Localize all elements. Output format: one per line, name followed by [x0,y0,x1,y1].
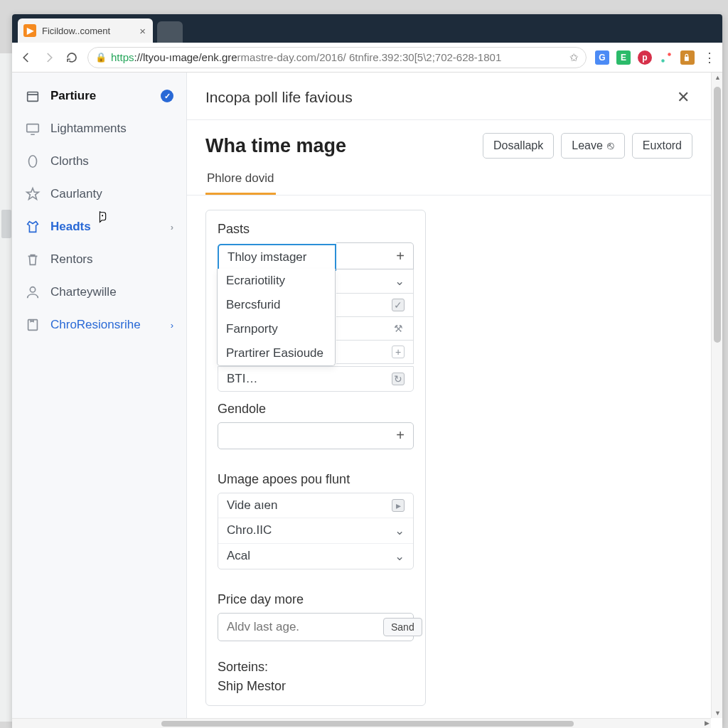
sidebar-item-lightamments[interactable]: Lightamments [12,112,186,145]
extension-icons: G E p [595,50,695,65]
checkbox-icon[interactable]: ✓ [392,299,405,311]
sidebar-item-caurlanty[interactable]: Caurlanty [12,178,186,210]
bti-label: BTI… [227,372,257,386]
tab-favicon-icon: ▶ [23,24,36,37]
pinterest-icon[interactable]: p [638,50,652,65]
browser-window: ▶ Ficildow..coment × 🔒 https://ltyou-ıma… [12,14,722,728]
dosallapk-button[interactable]: Dosallapk [483,133,554,159]
sidebar-item-label: Clorths [50,154,89,168]
extension-icon[interactable]: G [595,50,609,65]
sidebar-item-rentors[interactable]: Rentors [12,243,186,276]
extension-icon[interactable]: E [616,50,631,65]
wrench-icon[interactable]: ⚒ [392,322,405,335]
euxtord-button[interactable]: Euxtord [632,133,692,159]
sidebar-item-charteywille[interactable]: Charteywille [12,276,186,309]
umage-list: Vide aıen ▸ Chro.IIC ⌄ Acal ⌄ [218,493,414,569]
monitor-icon [25,121,41,136]
form-card: Pasts + Ecrariotility Bercsfurid Farnpor… [205,210,426,706]
sub-header: Wha time mage Dosallapk Leave ⎋ Euxtord [187,120,711,166]
list-row-bti[interactable]: BTI… ↻ [218,366,414,392]
browser-toolbar: 🔒 https://ltyou-ımage/enk.grermastre-day… [12,43,722,73]
dropdown-option[interactable]: Ecrariotility [218,269,335,293]
chevron-down-icon: ⌄ [395,523,405,538]
scrollbar-thumb[interactable] [714,87,721,343]
sidebar-item-clorths[interactable]: Clorths [12,145,186,178]
sidebar-item-label: Caurlanty [50,187,102,201]
dropdown-option[interactable]: Prartirer Easioude [218,341,335,365]
send-button[interactable]: Sand [383,618,422,636]
check-badge-icon: ✓ [161,90,173,102]
person-icon [25,284,41,300]
pasts-dropdown: Ecrariotility Bercsfurid Farnporty Prart… [217,269,336,366]
svg-rect-2 [28,92,38,102]
shirt-icon [25,219,41,235]
pasts-label: Pasts [218,222,414,237]
vertical-scrollbar[interactable]: ▲ ▼ [711,73,722,718]
tab-title: Ficildow..coment [42,26,134,36]
gendole-input[interactable] [218,423,387,449]
add-icon[interactable]: + [387,423,413,449]
tab-strip: ▶ Ficildow..coment × [12,14,722,43]
list-row[interactable]: ✓ [336,294,414,317]
sidebar-item-label: Partiure [50,89,96,103]
pasts-input-field[interactable] [218,244,336,271]
scrollbar-thumb[interactable] [161,721,574,727]
row-label: Vide aıen [227,498,278,513]
svg-rect-3 [27,124,39,132]
pasts-add-area: + [336,242,414,269]
tab-row: Phlore dovid [187,166,711,196]
lock-icon: 🔒 [95,52,107,63]
close-button[interactable]: ✕ [674,85,692,109]
extension-icon[interactable] [659,50,673,65]
sidebar-item-partiure[interactable]: Partiure ✓ [12,80,186,112]
list-row[interactable]: Chro.IIC ⌄ [218,518,413,543]
scroll-up-icon[interactable]: ▲ [714,74,721,81]
site-info-icon[interactable]: ✩ [569,51,579,64]
dropdown-option[interactable]: Farnporty [218,317,335,341]
sidebar-item-label: Lightamments [50,122,127,136]
scroll-right-icon[interactable]: ▶ [705,719,710,727]
tab-close-icon[interactable]: × [139,25,146,37]
gendole-input-field[interactable]: + [218,422,414,449]
form-area: Pasts + Ecrariotility Bercsfurid Farnpor… [187,196,711,718]
app-content: Partiure ✓ Lightamments Clorths Caurlant… [12,73,722,718]
tab-phlore-dovid[interactable]: Phlore dovid [205,166,276,195]
reload-button[interactable] [65,50,79,65]
star-icon [25,186,41,202]
chevron-down-icon: ⌄ [395,274,405,289]
sidebar-item-chroresionsrihe[interactable]: ChroResionsrihe › [12,309,186,341]
svg-point-4 [29,156,37,168]
sidebar-item-label: Headts [50,220,91,234]
action-icon[interactable]: ↻ [392,373,405,385]
browser-tab[interactable]: ▶ Ficildow..coment × [18,18,153,43]
sidebar-item-label: ChroResionsrihe [50,318,141,332]
plus-icon[interactable]: + [392,346,405,358]
page-title: Wha time mage [205,135,476,157]
forward-button[interactable] [42,50,56,65]
horizontal-scrollbar[interactable]: ▶ [12,718,711,728]
checkbox-icon[interactable]: ▸ [392,499,405,512]
browser-menu-button[interactable]: ⋮ [703,50,715,65]
list-row[interactable]: ⌄ [336,269,414,294]
new-tab-button[interactable] [157,21,183,43]
leave-button[interactable]: Leave ⎋ [561,133,625,159]
extension-icon[interactable] [680,50,695,65]
price-message-field[interactable]: Sand [218,613,414,641]
address-bar[interactable]: 🔒 https://ltyou-ımage/enk.grermastre-day… [87,47,587,68]
dropdown-option[interactable]: Bercsfurid [218,293,335,317]
list-row[interactable]: + [336,341,414,364]
list-row[interactable]: ⚒ [336,317,414,341]
sidebar-item-label: Charteywille [50,285,117,299]
trash-icon [25,252,41,267]
add-icon[interactable]: + [387,243,413,269]
row-label: Acal [227,549,250,563]
page-header: Incopa poll life favious ✕ [187,73,711,120]
scroll-down-icon[interactable]: ▼ [714,710,721,717]
list-row[interactable]: Vide aıen ▸ [218,493,413,518]
list-row[interactable]: Acal ⌄ [218,543,413,569]
url-text: https://ltyou-ımage/enk.grermastre-day.c… [111,51,501,63]
sidebar-item-headts[interactable]: Headts › [12,210,186,243]
price-input[interactable] [227,620,378,634]
gendole-label: Gendole [218,402,414,417]
back-button[interactable] [19,50,33,65]
